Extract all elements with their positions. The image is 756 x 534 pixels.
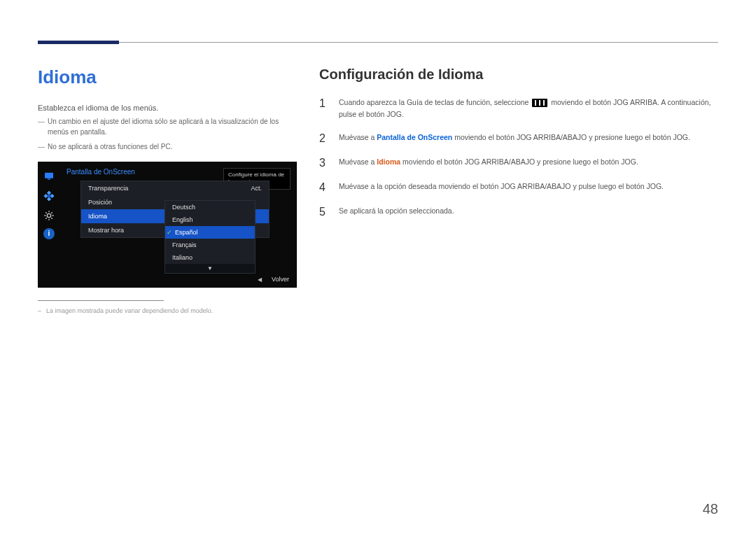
page-number: 48 (703, 501, 718, 517)
step-body: Se aplicará la opción seleccionada. (339, 205, 454, 218)
svg-rect-6 (48, 195, 51, 198)
svg-rect-0 (45, 173, 53, 178)
left-column: Idioma Establezca el idioma de los menús… (38, 66, 297, 316)
section-heading-idioma: Idioma (38, 66, 297, 88)
steps-list: 1 Cuando aparezca la Guía de teclas de f… (319, 97, 718, 218)
step-4: 4 Muévase a la opción deseada moviendo e… (319, 181, 718, 194)
step-text: moviendo el botón JOG ARRIBA/ABAJO y pre… (454, 133, 690, 141)
step-number: 3 (319, 156, 329, 169)
step-number: 4 (319, 181, 329, 194)
menu-icon (532, 99, 547, 107)
right-column: Configuración de Idioma 1 Cuando aparezc… (319, 66, 718, 316)
picture-adjust-icon (42, 189, 56, 203)
osd-footer: ◀ Volver (258, 276, 289, 283)
chevron-down-icon: ▼ (165, 264, 255, 273)
osd-lang-francais: Français (165, 239, 255, 251)
step-highlight: Idioma (377, 157, 400, 166)
osd-menu-value: Act. (251, 185, 262, 192)
osd-menu-label: Mostrar hora (88, 227, 124, 234)
note-pc-functions: No se aplicará a otras funciones del PC. (38, 141, 297, 152)
svg-point-7 (47, 213, 50, 217)
osd-menu-label: Posición (88, 199, 112, 206)
osd-main: Pantalla de OnScreen Configure el idioma… (59, 162, 296, 287)
svg-marker-2 (47, 191, 51, 195)
step-body: Muévase a Idioma moviendo el botón JOG A… (339, 156, 638, 169)
monitor-icon (42, 169, 56, 183)
step-text: Cuando aparezca la Guía de teclas de fun… (339, 98, 531, 106)
config-heading: Configuración de Idioma (319, 66, 718, 83)
osd-lang-deutsch: Deutsch (165, 201, 255, 213)
step-number: 5 (319, 205, 329, 218)
osd-screenshot: i Pantalla de OnScreen Configure el idio… (38, 162, 297, 288)
osd-lang-english: English (165, 213, 255, 226)
step-5: 5 Se aplicará la opción seleccionada. (319, 205, 718, 218)
osd-lang-espanol: Español (165, 226, 255, 239)
triangle-left-icon: ◀ (258, 276, 262, 283)
step-body: Muévase a la opción deseada moviendo el … (339, 181, 664, 194)
osd-language-dropdown: Deutsch English Español Français Italian… (164, 200, 255, 274)
model-disclaimer: La imagen mostrada puede variar dependie… (38, 307, 297, 316)
step-body: Muévase a Pantalla de OnScreen moviendo … (339, 132, 690, 145)
lead-text: Establezca el idioma de los menús. (38, 104, 297, 112)
svg-marker-4 (50, 194, 55, 198)
svg-marker-5 (47, 197, 51, 202)
step-1: 1 Cuando aparezca la Guía de teclas de f… (319, 97, 718, 120)
osd-back-label: Volver (272, 276, 289, 283)
info-icon: i (43, 228, 55, 239)
footnote-divider (38, 300, 164, 301)
step-body: Cuando aparezca la Guía de teclas de fun… (339, 97, 718, 120)
gear-icon (42, 209, 56, 223)
step-highlight: Pantalla de OnScreen (377, 133, 452, 141)
step-2: 2 Muévase a Pantalla de OnScreen moviend… (319, 132, 718, 145)
osd-lang-italiano: Italiano (165, 251, 255, 264)
svg-rect-1 (48, 178, 50, 179)
step-text: moviendo el botón JOG ARRIBA/ABAJO y pre… (402, 157, 638, 166)
step-text: Muévase a (339, 157, 377, 166)
top-rule (38, 42, 718, 43)
osd-sidebar: i (38, 162, 59, 287)
osd-menu-label: Transparencia (88, 185, 128, 192)
osd-menu-transparencia: Transparencia Act. (81, 181, 269, 195)
note-language-scope: Un cambio en el ajuste del idioma sólo s… (38, 116, 297, 137)
step-number: 1 (319, 97, 329, 120)
step-text: Muévase a (339, 133, 377, 141)
step-number: 2 (319, 132, 329, 145)
svg-marker-3 (44, 194, 48, 198)
step-3: 3 Muévase a Idioma moviendo el botón JOG… (319, 156, 718, 169)
osd-menu-label: Idioma (88, 213, 107, 220)
